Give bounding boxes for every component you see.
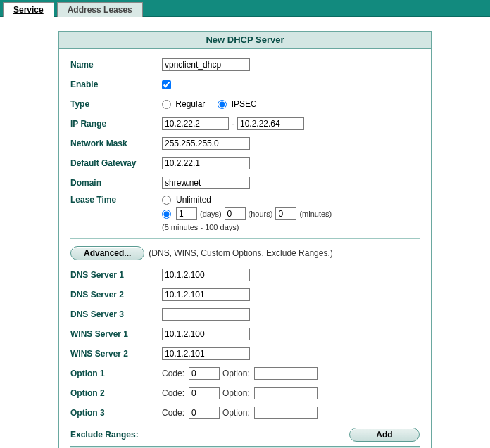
type-ipsec-radio[interactable] xyxy=(218,100,227,109)
label-option2: Option 2 xyxy=(70,388,162,398)
label-wins2: WINS Server 2 xyxy=(70,349,162,359)
advanced-note: (DNS, WINS, Custom Options, Exclude Rang… xyxy=(149,248,332,258)
opt1-val-input[interactable] xyxy=(254,367,318,380)
wins2-input[interactable] xyxy=(162,347,250,360)
tab-bar: Service Address Leases xyxy=(0,0,490,17)
type-regular-radio[interactable] xyxy=(162,100,171,109)
label-default-gateway: Default Gateway xyxy=(70,158,162,168)
lease-unlimited-radio[interactable] xyxy=(162,196,171,205)
label-network-mask: Network Mask xyxy=(70,139,162,148)
dns1-input[interactable] xyxy=(162,269,250,281)
dns2-input[interactable] xyxy=(162,288,250,301)
lease-hours-label: (hours) xyxy=(249,210,273,218)
lease-minutes-label: (minutes) xyxy=(299,210,332,218)
dhcp-panel: New DHCP Server Name Enable Type xyxy=(58,31,432,448)
panel-title: New DHCP Server xyxy=(59,32,431,49)
lease-minutes-input[interactable] xyxy=(275,207,296,220)
container: New DHCP Server Name Enable Type xyxy=(0,17,490,448)
label-name: Name xyxy=(70,60,162,70)
type-regular-label: Regular xyxy=(175,99,205,109)
ip-range-end-input[interactable] xyxy=(237,117,304,130)
network-mask-input[interactable] xyxy=(162,137,250,150)
ip-range-sep: - xyxy=(232,119,234,129)
wins1-input[interactable] xyxy=(162,328,250,340)
lease-custom-radio[interactable] xyxy=(162,210,171,219)
opt3-val-input[interactable] xyxy=(254,407,318,419)
add-button[interactable]: Add xyxy=(349,428,420,442)
default-gateway-input[interactable] xyxy=(162,157,250,169)
ip-range-start-input[interactable] xyxy=(162,117,229,130)
opt3-code-input[interactable] xyxy=(189,407,220,419)
opt1-code-input[interactable] xyxy=(189,367,220,380)
label-enable: Enable xyxy=(70,79,162,89)
enable-checkbox[interactable] xyxy=(162,80,171,89)
label-type: Type xyxy=(70,99,162,109)
label-domain: Domain xyxy=(70,178,162,188)
divider xyxy=(70,238,420,239)
dns3-input[interactable] xyxy=(162,308,250,321)
tab-service[interactable]: Service xyxy=(3,2,54,17)
lease-note: (5 minutes - 100 days) xyxy=(162,223,332,231)
lease-days-label: (days) xyxy=(200,210,222,218)
opt2-val-label: Option: xyxy=(222,388,250,398)
type-ipsec-label: IPSEC xyxy=(232,99,257,109)
opt2-code-label: Code: xyxy=(162,388,184,398)
label-option1: Option 1 xyxy=(70,369,162,378)
opt1-val-label: Option: xyxy=(222,369,250,378)
opt1-code-label: Code: xyxy=(162,369,184,378)
opt2-code-input[interactable] xyxy=(189,387,220,399)
label-dns1: DNS Server 1 xyxy=(70,270,162,280)
name-input[interactable] xyxy=(162,58,250,71)
lease-days-input[interactable] xyxy=(176,207,197,220)
lease-unlimited-label: Unlimited xyxy=(176,195,211,205)
opt2-val-input[interactable] xyxy=(254,387,318,399)
tab-address-leases[interactable]: Address Leases xyxy=(57,2,143,17)
label-dns3: DNS Server 3 xyxy=(70,309,162,319)
opt3-code-label: Code: xyxy=(162,408,184,418)
exclude-ranges-label: Exclude Ranges: xyxy=(70,430,139,440)
lease-hours-input[interactable] xyxy=(225,207,246,220)
label-dns2: DNS Server 2 xyxy=(70,290,162,300)
label-option3: Option 3 xyxy=(70,408,162,418)
advanced-button[interactable]: Advanced... xyxy=(70,246,144,260)
domain-input[interactable] xyxy=(162,177,250,189)
opt3-val-label: Option: xyxy=(222,408,250,418)
label-lease-time: Lease Time xyxy=(70,195,162,205)
label-wins1: WINS Server 1 xyxy=(70,329,162,339)
label-ip-range: IP Range xyxy=(70,119,162,129)
